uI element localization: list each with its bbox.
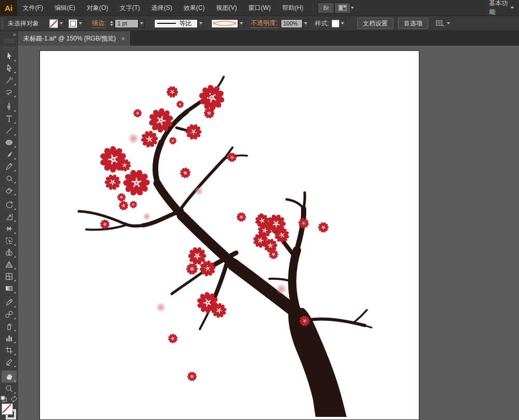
tool-blob-brush[interactable] [2,172,17,184]
blossom-flower[interactable] [227,153,237,162]
tool-shape-builder[interactable] [2,247,17,259]
tool-column-graph[interactable] [2,332,17,344]
tool-artboard[interactable] [2,344,17,356]
width-profile-uniform[interactable]: 等比 [154,19,198,28]
blossom-flower[interactable] [178,166,193,181]
tool-direct-selection[interactable] [2,62,17,74]
tab-close-icon[interactable]: × [121,35,125,42]
blossom-flower[interactable] [186,263,198,275]
tool-width[interactable] [2,223,17,235]
collapse-tools-icon[interactable]: » [13,31,18,37]
tool-free-transform[interactable] [2,235,17,247]
plum-blossom-artwork[interactable] [40,51,419,419]
stroke-ring-icon [71,21,75,26]
tool-slice[interactable] [2,356,17,368]
tool-pencil[interactable] [2,160,17,172]
tool-gradient[interactable] [2,282,17,294]
opacity-field[interactable]: 100% [281,19,303,28]
style-dropdown[interactable] [339,19,346,28]
blossom-flower[interactable] [166,86,179,98]
tool-paintbrush[interactable] [2,148,17,160]
variable-width-profile[interactable] [211,19,238,28]
workspace-switcher[interactable]: 基本功能 [489,0,514,17]
menu-effect[interactable]: 效果(C) [178,0,211,16]
tool-type[interactable] [2,113,17,125]
variable-width-profile-dropdown[interactable] [238,19,244,28]
blossom-flower[interactable] [236,212,246,222]
tools-panel [0,46,18,420]
tool-symbol-sprayer[interactable] [2,320,17,332]
blossom-flower[interactable] [117,199,130,213]
style-swatch[interactable] [332,20,339,28]
blossom-flower[interactable] [318,222,329,233]
preferences-button[interactable]: 首选项 [398,18,428,29]
branch-path [304,193,305,209]
document-setup-button[interactable]: 文档设置 [357,18,393,29]
tool-pen[interactable] [2,101,17,113]
tool-hand[interactable] [2,371,17,383]
artboard[interactable] [39,50,419,420]
blossom-flower[interactable] [175,100,185,110]
tool-perspective-grid[interactable] [2,259,17,270]
blossom-flower[interactable] [167,332,180,345]
document-tab[interactable]: 未标题-1.ai* @ 150% (RGB/预览) × [18,31,131,46]
blossom-flower[interactable] [104,174,121,191]
tool-line[interactable] [2,125,17,137]
panel-options-icon[interactable] [435,20,445,28]
menu-file[interactable]: 文件(F) [17,0,49,16]
control-bar-grip[interactable] [1,18,4,29]
tool-zoom[interactable] [2,383,17,395]
blossom-flower[interactable] [187,372,197,381]
bridge-button[interactable]: Br [318,3,334,13]
panel-options-caret-icon[interactable] [447,22,450,24]
blossom-flower[interactable] [129,201,137,208]
opacity-panel-link[interactable]: 不透明度: [251,19,277,28]
blossom-flower[interactable] [169,137,176,144]
tool-magic-wand[interactable] [2,74,17,86]
menu-edit[interactable]: 编辑(E) [49,0,81,16]
column-graph-icon [5,334,13,343]
none-fill-icon [50,20,58,28]
menu-select[interactable]: 选择(S) [146,0,178,16]
stroke-width-dropdown[interactable] [139,19,145,28]
menu-object[interactable]: 对象(O) [81,0,114,16]
fill-indicator-swatch[interactable] [2,403,13,415]
tool-eraser[interactable] [2,184,17,196]
opacity-dropdown[interactable] [303,19,309,28]
arrange-documents-button[interactable] [334,3,351,13]
stroke-color-dropdown[interactable] [77,19,84,28]
width-profile-uniform-dropdown[interactable] [198,19,204,28]
blossom-flower[interactable] [133,109,142,117]
menu-help[interactable]: 帮助(H) [277,0,309,16]
tool-ellipse[interactable] [2,137,17,148]
hand-icon [5,372,13,381]
tool-selection[interactable] [2,50,17,62]
tools-panel-grip[interactable] [4,47,15,49]
fill-color-swatch[interactable] [49,19,58,28]
default-fill-stroke-icon[interactable] [1,396,7,402]
blossom-flower[interactable] [117,193,126,201]
pasteboard[interactable] [18,46,519,420]
tools-panel-grip[interactable] [4,39,15,43]
menubar-right: 基本功能 [354,0,519,17]
blossom-flower[interactable] [268,250,278,259]
tool-rotate[interactable] [2,199,17,211]
menu-window[interactable]: 窗口(W) [242,0,276,16]
blossom-flower[interactable] [185,124,202,140]
stroke-width-field[interactable]: 1 pt [115,19,139,28]
swap-fill-stroke-icon[interactable] [10,396,18,402]
arrange-documents-icon [338,5,347,11]
menu-view[interactable]: 视图(V) [210,0,242,16]
tool-blend[interactable] [2,308,17,320]
stroke-panel-link[interactable]: 描边: [92,19,106,28]
tool-lasso[interactable] [2,86,17,98]
fill-color-dropdown[interactable] [58,19,64,28]
tool-mesh[interactable] [2,270,17,282]
stroke-color-swatch[interactable] [69,19,77,28]
menu-type[interactable]: 文字(T) [114,0,145,16]
stroke-width-stepper[interactable] [110,21,113,26]
tool-scale[interactable] [2,211,17,223]
blossom-flower[interactable] [297,217,310,229]
tool-eyedropper[interactable] [2,296,17,308]
blossom-blur [194,186,203,196]
